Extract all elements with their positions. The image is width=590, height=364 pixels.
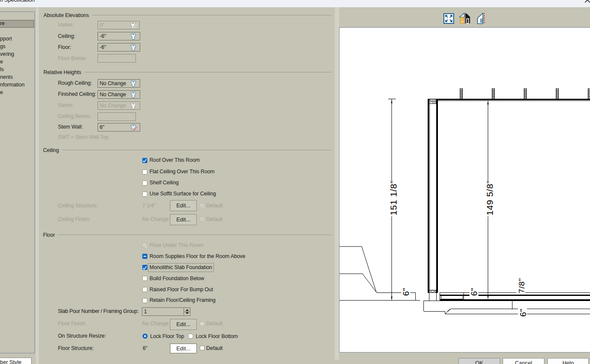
svg-text:151 1/8": 151 1/8": [389, 180, 398, 215]
svg-text:7/8": 7/8": [517, 278, 526, 293]
svg-text:6": 6": [518, 308, 528, 317]
svg-text:149 5/8": 149 5/8": [485, 180, 495, 215]
svg-text:6": 6": [469, 287, 479, 296]
svg-text:6": 6": [401, 287, 411, 296]
